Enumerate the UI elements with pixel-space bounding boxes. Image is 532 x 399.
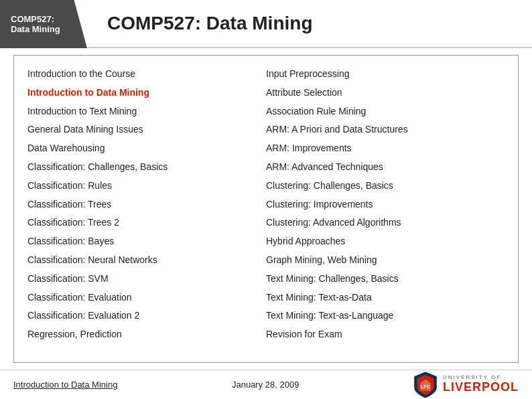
left-list-item: Classification: Trees — [27, 197, 266, 213]
right-list-item: Hybrid Approaches — [266, 234, 505, 250]
right-column: Input PreprocessingAttribute SelectionAs… — [266, 66, 505, 351]
right-list-item: Text Mining: Text-as-Data — [266, 290, 505, 306]
right-list-item: Text Mining: Text-as-Language — [266, 308, 505, 324]
left-list-item: Classification: Trees 2 — [27, 215, 266, 231]
page-title: COMP527: Data Mining — [107, 13, 312, 34]
liverpool-shield-icon: LFC — [413, 372, 438, 398]
footer-left-text: Introduction to Data Mining — [13, 380, 117, 390]
header-label: COMP527: Data Mining — [0, 0, 87, 48]
left-list-item: Classification: Bayes — [27, 234, 266, 250]
header-label-line1: COMP527: — [11, 14, 60, 24]
footer-logo-area: LFC UNIVERSITY OF LIVERPOOL — [413, 372, 519, 398]
left-list-item[interactable]: Introduction to Data Mining — [27, 85, 266, 101]
right-list-item: Association Rule Mining — [266, 104, 505, 120]
right-list-item: Attribute Selection — [266, 85, 505, 101]
left-list-item: Data Warehousing — [27, 141, 266, 157]
right-list-item: ARM: Improvements — [266, 141, 505, 157]
header: COMP527: Data Mining COMP527: Data Minin… — [0, 0, 532, 48]
right-list-item: Input Preprocessing — [266, 66, 505, 82]
right-list-item: Text Mining: Challenges, Basics — [266, 271, 505, 287]
right-list-item: Graph Mining, Web Mining — [266, 252, 505, 268]
right-list-item: Clustering: Advanced Algorithms — [266, 215, 505, 231]
header-label-line2: Data Mining — [11, 24, 60, 34]
left-list-item: Introduction to the Course — [27, 66, 266, 82]
left-list-item: Classification: Challenges, Basics — [27, 159, 266, 175]
liverpool-text-logo: UNIVERSITY OF LIVERPOOL — [443, 375, 519, 394]
left-list-item: Classification: Neural Networks — [27, 252, 266, 268]
left-list-item: Classification: SVM — [27, 271, 266, 287]
left-list-item: Classification: Evaluation — [27, 290, 266, 306]
right-list-item: ARM: Advanced Techniques — [266, 159, 505, 175]
right-list-item: Revision for Exam — [266, 327, 505, 343]
footer: Introduction to Data Mining January 28, … — [0, 370, 532, 399]
main-content: Introduction to the CourseIntroduction t… — [13, 55, 519, 363]
footer-date: January 28, 2009 — [232, 380, 299, 390]
right-list-item: ARM: A Priori and Data Structures — [266, 122, 505, 138]
left-column: Introduction to the CourseIntroduction t… — [27, 66, 266, 351]
left-list-item: Regression, Prediction — [27, 327, 266, 343]
left-list-item: Classification: Evaluation 2 — [27, 308, 266, 324]
header-title-area: COMP527: Data Mining — [87, 0, 532, 48]
right-list-item: Clustering: Challenges, Basics — [266, 178, 505, 194]
logo-bottom-text: LIVERPOOL — [443, 381, 519, 394]
left-list-item: Introduction to Text Mining — [27, 104, 266, 120]
right-list-item: Clustering: Improvements — [266, 197, 505, 213]
svg-text:LFC: LFC — [421, 383, 431, 389]
left-list-item: Classification: Rules — [27, 178, 266, 194]
left-list-item: General Data Mining Issues — [27, 122, 266, 138]
